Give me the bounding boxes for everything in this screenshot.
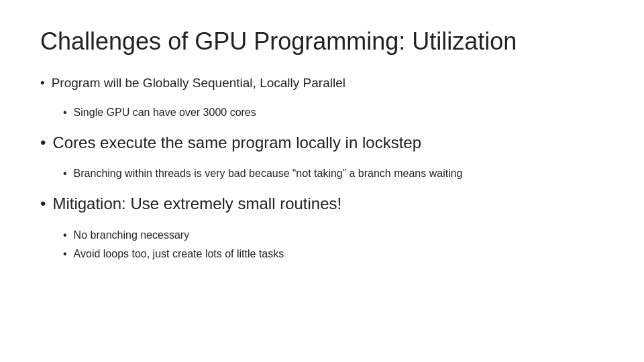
bullet-3-sub-1-text: No branching necessary [74,227,190,243]
bullet-3-sub-2-dot: • [63,246,67,262]
bullet-1: • Program will be Globally Sequential, L… [40,74,604,93]
bullet-3: • Mitigation: Use extremely small routin… [40,192,604,215]
bullet-3-sub-1-dot: • [63,227,67,243]
content-area: • Program will be Globally Sequential, L… [40,74,604,266]
bullet-3-sub-1: • No branching necessary [63,227,604,243]
bullet-2-text: Cores execute the same program locally i… [52,131,421,154]
bullet-1-sub-1: • Single GPU can have over 3000 cores [63,105,604,121]
bullet-2-subbullets: • Branching within threads is very bad b… [63,166,604,182]
bullet-1-dot: • [40,74,45,93]
bullet-3-dot: • [40,192,46,215]
bullet-2-sub-1-text: Branching within threads is very bad bec… [74,166,463,182]
bullet-2-sub-1-dot: • [63,166,67,182]
slide: Challenges of GPU Programming: Utilizati… [0,0,644,362]
bullet-1-text: Program will be Globally Sequential, Loc… [52,74,345,93]
bullet-3-subbullets: • No branching necessary • Avoid loops t… [63,227,604,262]
bullet-3-sub-2-text: Avoid loops too, just create lots of lit… [74,246,284,262]
slide-title: Challenges of GPU Programming: Utilizati… [40,27,604,56]
bullet-1-sub-1-text: Single GPU can have over 3000 cores [74,105,256,121]
bullet-3-sub-2: • Avoid loops too, just create lots of l… [63,246,604,262]
bullet-2: • Cores execute the same program locally… [40,131,604,154]
bullet-2-sub-1: • Branching within threads is very bad b… [63,166,604,182]
bullet-2-dot: • [40,131,46,154]
bullet-3-text: Mitigation: Use extremely small routines… [52,192,341,215]
bullet-1-subbullets: • Single GPU can have over 3000 cores [63,105,604,121]
bullet-1-sub-1-dot: • [63,105,67,121]
